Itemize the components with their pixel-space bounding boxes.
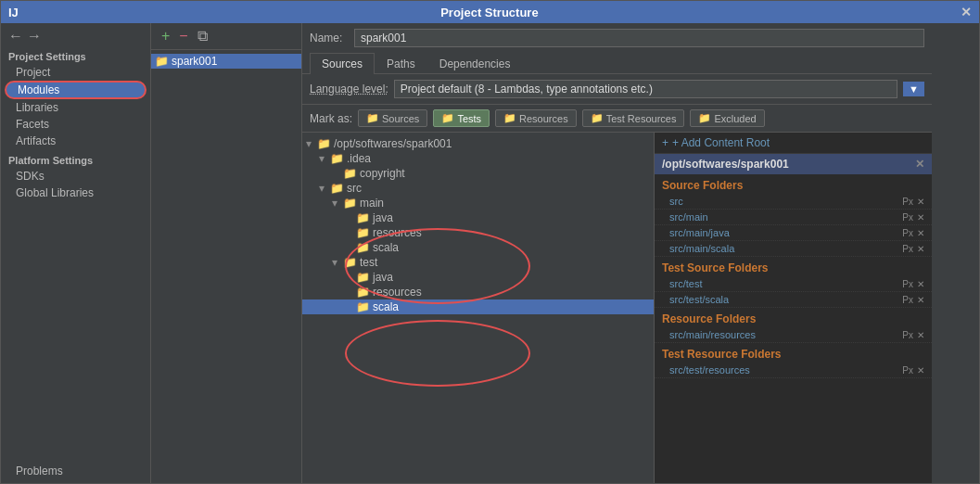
toggle-1[interactable]: ▾ (319, 152, 328, 165)
mark-sources-button[interactable]: 📁 Sources (358, 109, 427, 127)
test-source-folder-src-test-path: src/test (669, 278, 702, 289)
test-source-folder-src-test-actions: Px ✕ (902, 279, 924, 289)
tree-item-9[interactable]: 📁 java (302, 270, 654, 285)
tree-item-8[interactable]: ▾ 📁 test (302, 255, 654, 270)
sidebar-item-artifacts[interactable]: Artifacts (1, 133, 150, 149)
tab-paths[interactable]: Paths (375, 53, 427, 74)
tree-item-3[interactable]: ▾ 📁 src (302, 181, 654, 196)
test-resource-folder-src-test-resources-remove[interactable]: ✕ (917, 365, 924, 376)
tab-dependencies[interactable]: Dependencies (427, 53, 523, 74)
name-label: Name: (310, 32, 347, 45)
mark-resources-button[interactable]: 📁 Resources (495, 109, 577, 127)
language-level-dropdown[interactable]: ▼ (903, 82, 924, 96)
source-folder-src-remove[interactable]: ✕ (917, 197, 924, 207)
mark-as-label: Mark as: (310, 112, 352, 125)
sidebar-item-libraries[interactable]: Libraries (1, 99, 150, 116)
language-level-row: Language level: ▼ (302, 74, 932, 105)
mark-tests-button[interactable]: 📁 Tests (433, 109, 490, 127)
test-source-folder-src-test-scala-Px[interactable]: Px (902, 295, 913, 305)
tree-item-1[interactable]: ▾ 📁 .idea (302, 151, 654, 166)
tree-label-6: resources (373, 226, 422, 239)
source-folder-src-main-remove[interactable]: ✕ (917, 212, 924, 223)
test-resource-folders-section-label: Test Resource Folders (655, 343, 932, 363)
language-level-input[interactable] (394, 80, 897, 98)
tabs-row: Sources Paths Dependencies (302, 53, 932, 74)
close-button[interactable]: ✕ (961, 5, 972, 19)
test-source-folder-src-test-scala-path: src/test/scala (669, 294, 729, 305)
test-source-folder-src-test-Px[interactable]: Px (902, 279, 913, 289)
test-source-folder-src-test-scala: src/test/scala Px ✕ (655, 292, 932, 308)
tree-item-6[interactable]: 📁 resources (302, 225, 654, 240)
tree-item-2[interactable]: 📁 copyright (302, 166, 654, 181)
tree-label-10: resources (373, 286, 422, 299)
root-close-button[interactable]: ✕ (915, 158, 924, 171)
platform-settings-label: Platform Settings (1, 149, 150, 168)
resource-folder-src-main-resources-Px[interactable]: Px (902, 330, 913, 340)
toggle-3[interactable]: ▾ (319, 182, 328, 195)
tree-item-0[interactable]: ▾ 📁 /opt/softwares/spark001 (302, 136, 654, 151)
source-folder-src-main-scala-Px[interactable]: Px (902, 244, 913, 254)
test-resource-folder-src-test-resources-Px[interactable]: Px (902, 365, 913, 376)
folder-icon-2: 📁 (343, 167, 357, 180)
mark-sources-label: Sources (382, 113, 419, 124)
source-folder-src: src Px ✕ (655, 194, 932, 210)
toggle-8[interactable]: ▾ (332, 256, 341, 269)
sidebar-item-global-libraries[interactable]: Global Libraries (1, 185, 150, 201)
tab-sources[interactable]: Sources (310, 53, 375, 74)
folder-icon-0: 📁 (317, 137, 331, 150)
resource-folder-src-main-resources-remove[interactable]: ✕ (917, 330, 924, 340)
sidebar-item-problems[interactable]: Problems (1, 463, 150, 479)
mark-excluded-button[interactable]: 📁 Excluded (690, 109, 764, 127)
sidebar-item-sdks[interactable]: SDKs (1, 168, 150, 185)
root-path-label: /opt/softwares/spark001 (662, 158, 789, 171)
resource-folders-section-label: Resource Folders (655, 308, 932, 327)
tree-item-5[interactable]: 📁 java (302, 210, 654, 225)
add-module-button[interactable]: + (159, 27, 172, 45)
source-folder-src-main-scala-remove[interactable]: ✕ (917, 244, 924, 254)
test-source-folder-src-test-remove[interactable]: ✕ (917, 279, 924, 289)
folder-icon-9: 📁 (356, 271, 370, 284)
remove-module-button[interactable]: − (176, 27, 190, 45)
source-folder-src-main-scala-path: src/main/scala (669, 243, 734, 254)
folder-icon-8: 📁 (343, 256, 357, 269)
add-content-root-button[interactable]: + + Add Content Root (655, 133, 932, 154)
source-folder-src-Px[interactable]: Px (902, 197, 913, 207)
tree-label-7: scala (373, 241, 399, 254)
module-name-input[interactable] (354, 29, 924, 47)
resource-folder-src-main-resources-path: src/main/resources (669, 329, 756, 340)
tree-label-1: .idea (347, 152, 371, 165)
module-item-spark001[interactable]: 📁 spark001 (151, 54, 301, 69)
sidebar-item-project[interactable]: Project (1, 64, 150, 81)
root-header: /opt/softwares/spark001 ✕ (655, 154, 932, 174)
source-folder-src-path: src (669, 196, 683, 207)
folder-icon-3: 📁 (330, 182, 344, 195)
source-folder-src-main-path: src/main (669, 211, 708, 223)
sources-folder-icon: 📁 (366, 112, 379, 124)
tree-item-7[interactable]: 📁 scala (302, 240, 654, 255)
sidebar-item-facets[interactable]: Facets (1, 116, 150, 133)
tree-item-10[interactable]: 📁 resources (302, 285, 654, 299)
tree-item-4[interactable]: ▾ 📁 main (302, 196, 654, 210)
project-structure-dialog: IJ Project Structure ✕ ← → Project Setti… (0, 0, 980, 484)
source-folder-src-main-Px[interactable]: Px (902, 212, 913, 223)
toggle-0[interactable]: ▾ (306, 137, 315, 150)
add-content-root-label: + Add Content Root (672, 136, 770, 149)
sidebar-item-modules[interactable]: Modules (5, 81, 146, 99)
source-folder-src-main-java-remove[interactable]: ✕ (917, 228, 924, 238)
folder-icon-10: 📁 (356, 286, 370, 299)
module-list: 📁 spark001 (151, 50, 301, 483)
name-row: Name: (302, 23, 932, 53)
folder-icon-7: 📁 (356, 241, 370, 254)
tree-item-11[interactable]: 📁 scala (302, 299, 654, 314)
back-button[interactable]: ← (8, 29, 23, 44)
tree-label-0: /opt/softwares/spark001 (334, 137, 452, 150)
toggle-4[interactable]: ▾ (332, 197, 341, 210)
copy-module-button[interactable]: ⧉ (195, 27, 210, 45)
forward-button[interactable]: → (27, 29, 42, 44)
source-folder-src-main-java-Px[interactable]: Px (902, 228, 913, 238)
module-item-label: spark001 (172, 55, 217, 68)
mark-test-resources-button[interactable]: 📁 Test Resources (582, 109, 685, 127)
ellipse-test (345, 320, 530, 387)
test-source-folder-src-test-scala-remove[interactable]: ✕ (917, 295, 924, 305)
tree-label-11: scala (373, 300, 399, 313)
